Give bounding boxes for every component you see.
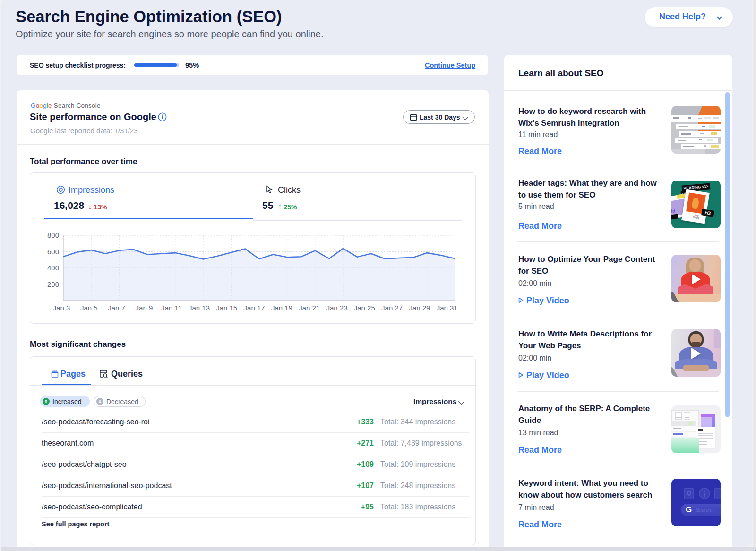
svg-text:Jan 15: Jan 15 <box>216 304 237 312</box>
svg-text:Jan 11: Jan 11 <box>161 304 182 312</box>
svg-text:Jan 13: Jan 13 <box>189 304 210 312</box>
svg-text:Jan 27: Jan 27 <box>381 304 403 312</box>
svg-text:200: 200 <box>47 280 59 288</box>
svg-text:Jan 23: Jan 23 <box>326 304 347 312</box>
svg-text:Jan 9: Jan 9 <box>136 304 153 312</box>
svg-text:Jan 19: Jan 19 <box>271 304 292 312</box>
svg-text:Jan 31: Jan 31 <box>437 304 458 312</box>
svg-text:Jan 5: Jan 5 <box>80 304 98 312</box>
svg-text:600: 600 <box>47 248 59 256</box>
svg-text:Jan 25: Jan 25 <box>354 304 375 312</box>
svg-text:Jan 21: Jan 21 <box>299 304 320 312</box>
svg-text:400: 400 <box>47 264 59 272</box>
svg-text:Jan 29: Jan 29 <box>409 304 430 312</box>
svg-text:Jan 7: Jan 7 <box>108 304 125 312</box>
svg-text:Jan 3: Jan 3 <box>53 304 70 312</box>
svg-text:Jan 17: Jan 17 <box>244 304 265 312</box>
svg-text:800: 800 <box>47 231 59 239</box>
